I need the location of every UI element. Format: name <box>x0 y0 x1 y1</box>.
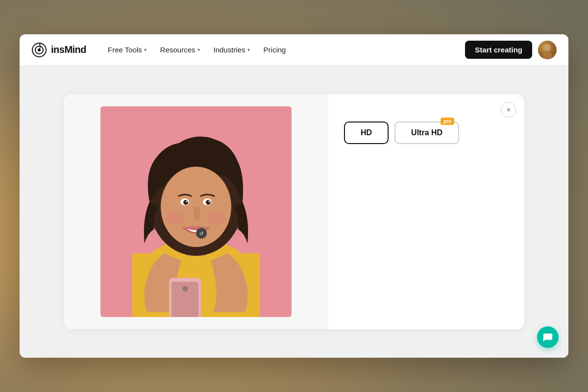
svg-point-16 <box>186 201 188 202</box>
avatar[interactable] <box>538 41 557 59</box>
logo[interactable]: insMind <box>31 42 86 58</box>
main-content: × <box>20 66 568 358</box>
nav-free-tools[interactable]: Free Tools ▾ <box>102 42 152 58</box>
logo-icon <box>31 42 47 58</box>
svg-point-18 <box>166 212 184 224</box>
close-button[interactable]: × <box>501 102 516 118</box>
right-panel: HD Ultra HD pro <box>328 94 524 329</box>
svg-point-14 <box>183 200 188 205</box>
svg-point-17 <box>209 201 210 202</box>
nav-links: Free Tools ▾ Resources ▾ Industries ▾ Pr… <box>102 42 465 58</box>
image-panel: ↺ <box>64 94 328 329</box>
logo-text: insMind <box>51 44 86 55</box>
ultra-hd-button[interactable]: Ultra HD pro <box>394 122 459 144</box>
avatar-icon <box>538 41 557 59</box>
product-image <box>100 106 292 317</box>
app-window: insMind Free Tools ▾ Resources ▾ Industr… <box>20 34 568 358</box>
chat-icon <box>542 332 553 343</box>
hd-button[interactable]: HD <box>344 122 389 144</box>
svg-point-5 <box>542 51 552 59</box>
chevron-down-icon: ▾ <box>144 47 147 52</box>
chevron-down-icon: ▾ <box>247 47 250 52</box>
navbar: insMind Free Tools ▾ Resources ▾ Industr… <box>20 34 568 66</box>
chevron-down-icon: ▾ <box>197 47 200 52</box>
quality-options: HD Ultra HD pro <box>344 122 459 144</box>
svg-point-4 <box>544 44 551 51</box>
image-cursor-icon[interactable]: ↺ <box>196 228 207 239</box>
pro-badge: pro <box>441 118 454 125</box>
svg-point-19 <box>208 212 226 224</box>
nav-right: Start creating <box>465 41 557 59</box>
product-image-container: ↺ <box>100 106 292 317</box>
nav-pricing[interactable]: Pricing <box>258 42 292 58</box>
start-creating-button[interactable]: Start creating <box>465 41 532 59</box>
chat-button[interactable] <box>537 326 559 348</box>
nav-resources[interactable]: Resources ▾ <box>154 42 206 58</box>
svg-point-15 <box>206 200 211 205</box>
svg-point-23 <box>184 287 187 291</box>
nav-industries[interactable]: Industries ▾ <box>208 42 256 58</box>
editor-card: × <box>64 94 524 329</box>
